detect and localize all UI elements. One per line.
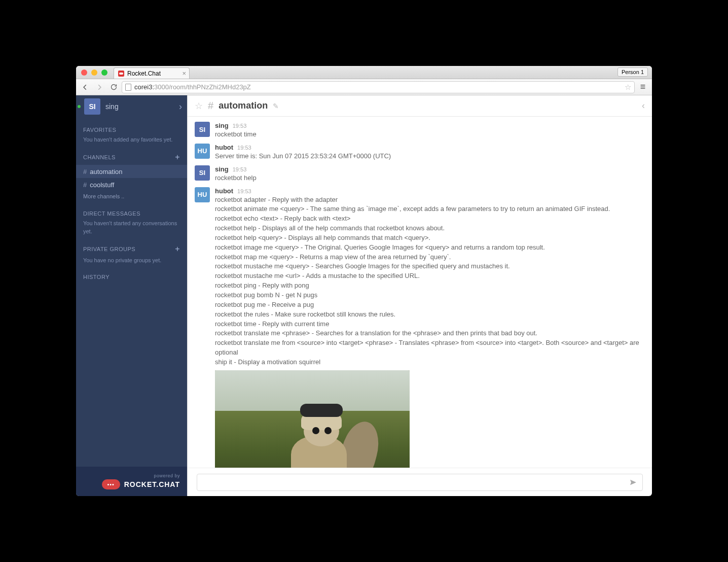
message-author: sing (215, 165, 229, 173)
room-header: ☆ # automation ✎ ‹ (188, 95, 652, 117)
hash-icon: # (83, 181, 87, 189)
message-avatar: HU (195, 187, 210, 202)
browser-tab[interactable]: Rocket.Chat × (114, 67, 190, 79)
message-body: sing19:53rocketbot time (215, 122, 645, 139)
url-path: 3000/room/thhPNzZhi2MHd23pZ (154, 83, 251, 91)
dm-hint: You haven't started any conversations ye… (83, 220, 180, 235)
message-list[interactable]: SIsing19:53rocketbot timeHUhubot19:53Ser… (188, 117, 652, 468)
reload-button[interactable] (107, 81, 120, 93)
message: HUhubot19:53rocketbot adapter - Reply wi… (188, 185, 652, 468)
tab-strip: Rocket.Chat × (114, 66, 190, 79)
back-button[interactable] (79, 81, 91, 93)
channels-title: CHANNELS + (83, 153, 180, 162)
bookmark-star-icon[interactable]: ☆ (625, 83, 631, 92)
message-text: rocketbot time (215, 130, 645, 139)
toggle-right-panel-icon[interactable]: ‹ (642, 100, 645, 111)
channel-label: coolstuff (90, 181, 114, 189)
powered-by: powered by (154, 473, 180, 478)
message-author: hubot (215, 187, 233, 195)
sidebar: SI sing › FAVORITES You haven't added an… (76, 95, 187, 496)
message-avatar: SI (195, 165, 210, 181)
forward-button[interactable] (93, 81, 105, 93)
message-time: 19:53 (233, 166, 247, 172)
hash-icon: # (208, 100, 213, 112)
favorites-section: FAVORITES You haven't added any favorite… (76, 127, 187, 144)
browser-window: Rocket.Chat × Person 1 corei3:3000/room/… (76, 66, 652, 496)
dm-title: DIRECT MESSAGES (83, 210, 180, 217)
address-bar[interactable]: corei3:3000/room/thhPNzZhi2MHd23pZ ☆ (122, 81, 635, 93)
message-time: 19:53 (237, 188, 251, 194)
user-name: sing (105, 102, 119, 111)
send-icon[interactable] (629, 478, 637, 486)
favorites-hint: You haven't added any favorites yet. (83, 136, 180, 144)
channel-list: #automation#coolstuff (76, 165, 187, 191)
message-time: 19:53 (237, 145, 251, 151)
message-author: sing (215, 122, 229, 129)
channels-section: CHANNELS + (76, 153, 187, 162)
main-panel: ☆ # automation ✎ ‹ SIsing19:53rocketbot … (187, 95, 652, 496)
message-text: rocketbot help (215, 173, 645, 183)
sidebar-channel-automation[interactable]: #automation (76, 165, 187, 178)
composer (188, 468, 652, 496)
rocketchat-logo[interactable]: ROCKET.CHAT (102, 479, 180, 489)
message: HUhubot19:53Server time is: Sun Jun 07 2… (188, 142, 652, 163)
maximize-window-button[interactable] (101, 69, 107, 76)
browser-toolbar: corei3:3000/room/thhPNzZhi2MHd23pZ ☆ ≡ (76, 79, 652, 95)
presence-indicator (78, 105, 81, 108)
browser-titlebar: Rocket.Chat × Person 1 (76, 66, 652, 79)
favorites-title: FAVORITES (83, 127, 180, 133)
close-window-button[interactable] (81, 69, 87, 76)
message-avatar: HU (195, 144, 210, 159)
message-text: Server time is: Sun Jun 07 2015 23:53:24… (215, 152, 645, 161)
sidebar-footer: powered by ROCKET.CHAT (76, 467, 187, 496)
message-input-wrapper[interactable] (197, 474, 643, 491)
history-section[interactable]: HISTORY (76, 274, 187, 280)
edit-room-icon[interactable]: ✎ (273, 102, 279, 110)
user-avatar: SI (84, 98, 100, 115)
favorite-room-icon[interactable]: ☆ (195, 100, 203, 112)
pg-title: PRIVATE GROUPS + (83, 244, 180, 254)
sidebar-channel-coolstuff[interactable]: #coolstuff (76, 178, 187, 191)
rocketchat-icon (102, 479, 120, 489)
minimize-window-button[interactable] (91, 69, 97, 76)
more-channels-link[interactable]: More channels .. (76, 191, 187, 201)
app-root: SI sing › FAVORITES You haven't added an… (76, 95, 652, 496)
chevron-right-icon[interactable]: › (179, 101, 182, 112)
dm-section: DIRECT MESSAGES You haven't started any … (76, 210, 187, 235)
tab-title: Rocket.Chat (127, 70, 161, 77)
url-host: corei3: (134, 83, 154, 91)
profile-badge[interactable]: Person 1 (617, 67, 648, 77)
message-text: rocketbot adapter - Reply with the adapt… (215, 195, 645, 367)
message-avatar: SI (195, 122, 210, 137)
page-icon (125, 84, 131, 91)
window-controls (81, 69, 107, 76)
channel-label: automation (90, 168, 122, 175)
hash-icon: # (83, 168, 87, 175)
message-body: sing19:53rocketbot help (215, 165, 645, 183)
message-author: hubot (215, 144, 233, 151)
pg-hint: You have no private groups yet. (83, 257, 180, 264)
message-time: 19:53 (233, 123, 247, 129)
room-name: automation (219, 100, 268, 111)
add-group-icon[interactable]: + (175, 244, 180, 254)
favicon (118, 71, 124, 77)
message-image-attachment[interactable] (215, 370, 410, 468)
message-input[interactable] (202, 478, 625, 486)
message: SIsing19:53rocketbot time (188, 120, 652, 142)
message-body: hubot19:53Server time is: Sun Jun 07 201… (215, 144, 645, 161)
sidebar-user[interactable]: SI sing › (76, 95, 187, 118)
close-tab-icon[interactable]: × (182, 69, 186, 77)
add-channel-icon[interactable]: + (175, 153, 180, 162)
pg-section: PRIVATE GROUPS + You have no private gro… (76, 244, 187, 264)
message-body: hubot19:53rocketbot adapter - Reply with… (215, 187, 645, 468)
rocketchat-brand: ROCKET.CHAT (124, 480, 180, 488)
history-title: HISTORY (83, 274, 180, 280)
message: SIsing19:53rocketbot help (188, 163, 652, 185)
browser-menu-button[interactable]: ≡ (637, 82, 649, 92)
